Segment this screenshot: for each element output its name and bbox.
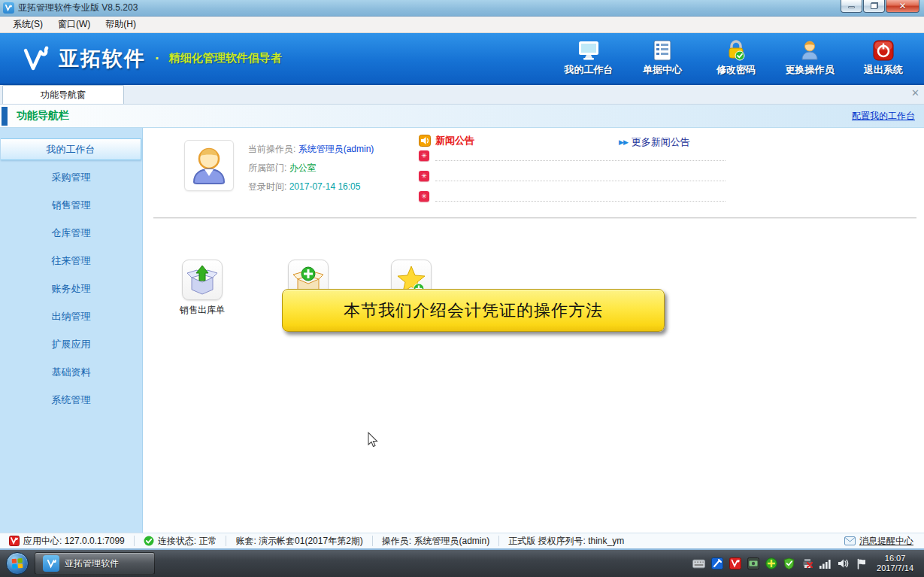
double-arrow-icon: ▶▶ bbox=[619, 138, 628, 146]
shortcut-sales-outbound[interactable] bbox=[182, 260, 223, 300]
sidebar-item-contacts[interactable]: 往来管理 bbox=[1, 250, 141, 272]
news-item-text bbox=[435, 191, 726, 202]
restore-button[interactable] bbox=[863, 0, 885, 13]
news-item-text bbox=[435, 171, 726, 181]
windows-flag-icon bbox=[11, 557, 23, 569]
more-news-label: 更多新闻公告 bbox=[632, 135, 690, 149]
minimize-icon bbox=[848, 6, 855, 8]
news-item[interactable]: ✳ bbox=[419, 171, 726, 181]
windows-taskbar: 亚拓管理软件 bbox=[0, 550, 924, 577]
document-center-button[interactable]: 单据中心 bbox=[635, 40, 689, 77]
cash-icon[interactable] bbox=[747, 557, 759, 570]
document-center-label: 单据中心 bbox=[643, 63, 682, 77]
tab-strip: 功能导航窗 ✕ bbox=[0, 85, 924, 105]
message-center-link[interactable]: 消息提醒中心 bbox=[844, 535, 924, 548]
sidebar-item-extensions[interactable]: 扩展应用 bbox=[1, 333, 141, 355]
connection-text: 连接状态: 正常 bbox=[158, 535, 217, 548]
shield-icon[interactable] bbox=[783, 557, 795, 570]
section-divider bbox=[153, 217, 916, 218]
account-set-text: 账套: 演示帐套01(2017年第2期) bbox=[235, 535, 362, 548]
clock-date: 2017/7/14 bbox=[877, 563, 913, 573]
department-value: 办公室 bbox=[289, 162, 317, 173]
news-item[interactable]: ✳ bbox=[419, 191, 726, 202]
antivirus-plus-icon[interactable] bbox=[765, 557, 777, 570]
minimize-button[interactable] bbox=[841, 0, 862, 13]
taskbar-app-label: 亚拓管理软件 bbox=[65, 557, 119, 570]
title-bar[interactable]: 亚拓管理软件专业版 V8.5.203 ✕ bbox=[0, 0, 924, 17]
message-center-label: 消息提醒中心 bbox=[859, 535, 913, 548]
yatuo-taskbar-icon bbox=[43, 555, 59, 572]
switch-operator-label: 更换操作员 bbox=[786, 63, 835, 77]
department-label: 所属部门: bbox=[248, 162, 286, 173]
brand-separator: · bbox=[155, 50, 160, 67]
operator-label: 当前操作员: bbox=[248, 144, 295, 154]
keyboard-icon[interactable] bbox=[692, 557, 705, 570]
system-tray bbox=[692, 557, 872, 570]
network-signal-icon[interactable] bbox=[819, 557, 832, 570]
login-time-label: 登录时间: bbox=[248, 181, 286, 192]
login-time-line: 登录时间: 2017-07-14 16:05 bbox=[248, 181, 360, 193]
exit-system-button[interactable]: 退出系统 bbox=[856, 40, 910, 77]
tutorial-callout-text: 本节我们介绍会计凭证的操作方法 bbox=[344, 299, 603, 322]
sidebar-item-system[interactable]: 系统管理 bbox=[1, 389, 141, 411]
sidebar-item-base-data[interactable]: 基础资料 bbox=[1, 361, 141, 383]
change-password-button[interactable]: 修改密码 bbox=[709, 40, 763, 77]
sidebar-item-accounting[interactable]: 账务处理 bbox=[1, 278, 141, 299]
user-icon bbox=[799, 40, 820, 61]
outbound-box-icon bbox=[186, 264, 218, 296]
more-news-link[interactable]: ▶▶ 更多新闻公告 bbox=[619, 135, 690, 149]
operator-line: 当前操作员: 系统管理员(admin) bbox=[248, 143, 374, 156]
my-workbench-button[interactable]: 我的工作台 bbox=[562, 40, 616, 77]
news-bullet-icon: ✳ bbox=[419, 171, 429, 181]
configure-workbench-link[interactable]: 配置我的工作台 bbox=[852, 110, 915, 123]
taskbar-app-button[interactable]: 亚拓管理软件 bbox=[35, 552, 155, 575]
operator-value: 系统管理员(admin) bbox=[298, 144, 374, 154]
sidebar-item-purchase[interactable]: 采购管理 bbox=[1, 166, 141, 188]
license-status: 正式版 授权序列号: think_ym bbox=[499, 535, 633, 548]
volume-icon[interactable] bbox=[837, 557, 850, 570]
yatuo-logo-icon bbox=[20, 43, 51, 74]
app-center-text: 应用中心: 127.0.0.1:7099 bbox=[23, 535, 125, 548]
nav-header-title: 功能导航栏 bbox=[17, 109, 69, 123]
status-bar: 应用中心: 127.0.0.1:7099 连接状态: 正常 账套: 演示帐套01… bbox=[0, 533, 924, 550]
exit-system-label: 退出系统 bbox=[864, 63, 903, 77]
sidebar-item-cashier[interactable]: 出纳管理 bbox=[1, 305, 141, 327]
department-line: 所属部门: 办公室 bbox=[248, 162, 317, 175]
input-tool-icon[interactable] bbox=[710, 557, 723, 570]
close-button[interactable]: ✕ bbox=[886, 0, 919, 13]
menu-bar: 系统(S) 窗口(W) 帮助(H) bbox=[0, 17, 924, 33]
brand-banner: 亚拓软件 · 精细化管理软件倡导者 我的工作台 bbox=[0, 33, 924, 85]
connection-status: 连接状态: 正常 bbox=[135, 535, 226, 548]
switch-operator-button[interactable]: 更换操作员 bbox=[783, 40, 837, 77]
menu-system[interactable]: 系统(S) bbox=[6, 17, 50, 32]
news-item-text bbox=[435, 150, 726, 161]
taskbar-clock[interactable]: 16:07 2017/7/14 bbox=[872, 554, 921, 573]
license-text: 正式版 授权序列号: think_ym bbox=[508, 535, 624, 548]
menu-help[interactable]: 帮助(H) bbox=[98, 17, 143, 32]
banner-actions: 我的工作台 单据中心 修改密码 bbox=[562, 40, 916, 77]
news-title-row: 新闻公告 bbox=[419, 134, 474, 147]
tab-function-navigator[interactable]: 功能导航窗 bbox=[2, 85, 124, 104]
news-bullet-icon: ✳ bbox=[419, 191, 429, 202]
document-list-icon bbox=[653, 40, 672, 61]
action-center-flag-icon[interactable] bbox=[855, 557, 868, 570]
operator-status-text: 操作员: 系统管理员(admin) bbox=[382, 535, 489, 548]
menu-window[interactable]: 窗口(W) bbox=[51, 17, 97, 32]
close-icon: ✕ bbox=[898, 2, 906, 11]
tab-close-icon[interactable]: ✕ bbox=[911, 87, 919, 99]
yatuo-tray-icon[interactable] bbox=[729, 557, 741, 570]
application-window: 亚拓管理软件专业版 V8.5.203 ✕ 系统(S) 窗口(W) 帮助(H) 亚… bbox=[0, 0, 924, 577]
my-workbench-label: 我的工作台 bbox=[565, 63, 613, 77]
login-time-value: 2017-07-14 16:05 bbox=[289, 181, 361, 192]
start-button[interactable] bbox=[6, 552, 29, 575]
news-title: 新闻公告 bbox=[435, 134, 474, 147]
brand-slogan: 精细化管理软件倡导者 bbox=[169, 51, 282, 65]
sidebar-item-warehouse[interactable]: 仓库管理 bbox=[1, 222, 141, 244]
printer-error-icon[interactable] bbox=[801, 557, 813, 570]
news-item[interactable]: ✳ bbox=[419, 150, 726, 161]
sidebar-item-my-workbench[interactable]: 我的工作台 bbox=[1, 138, 141, 160]
sidebar-item-sales[interactable]: 销售管理 bbox=[1, 194, 141, 216]
connection-ok-icon bbox=[144, 536, 154, 546]
envelope-icon bbox=[844, 536, 856, 545]
sidebar: 我的工作台 采购管理 销售管理 仓库管理 往来管理 账务处理 出纳管理 扩展应用… bbox=[0, 128, 143, 533]
